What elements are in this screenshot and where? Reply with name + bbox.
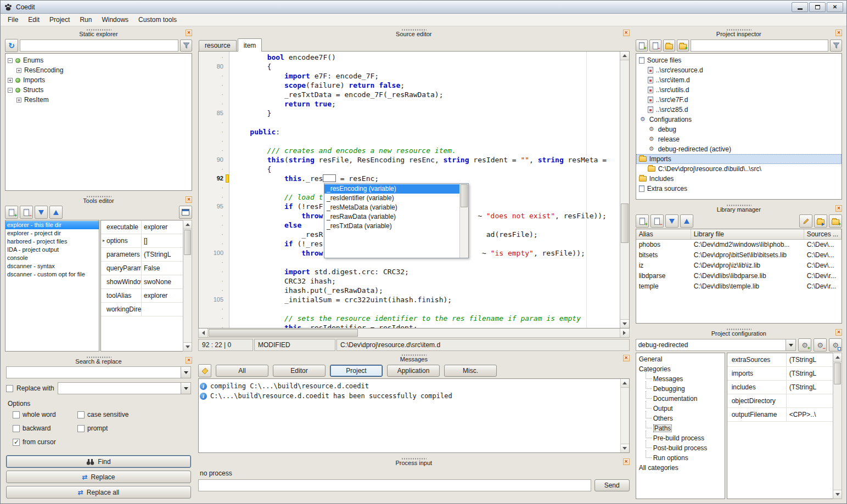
property-value[interactable]: (TStringL xyxy=(787,370,833,377)
menu-item-run[interactable]: Run xyxy=(75,14,97,26)
library-row[interactable]: templeC:\Dev\dlibs\temple.libC:\Dev\r... xyxy=(636,281,842,292)
refresh-button[interactable]: ↻ xyxy=(5,39,18,52)
search-option-case-sensitive[interactable]: case sensitive xyxy=(77,411,191,418)
scroll-thumb[interactable] xyxy=(184,230,191,255)
scroll-up-icon[interactable] xyxy=(621,379,629,388)
combo-dropdown-button[interactable] xyxy=(786,339,795,350)
config-tree[interactable]: GeneralCategoriesMessagesDebuggingDocume… xyxy=(636,353,725,499)
property-value[interactable]: swoNone xyxy=(142,278,183,286)
library-body[interactable]: phobosC:\Dev\dmd2\windows\lib\phob...C:\… xyxy=(636,240,842,292)
project-configuration-close-button[interactable] xyxy=(835,329,842,336)
editor-hscrollbar[interactable] xyxy=(198,329,630,338)
property-value[interactable]: False xyxy=(142,264,183,272)
menu-item-edit[interactable]: Edit xyxy=(23,14,44,26)
inspector-tree[interactable]: Source files..\src\resource.d..\src\item… xyxy=(636,53,842,200)
replace-with-checkbox[interactable] xyxy=(6,385,13,392)
scroll-thumb[interactable] xyxy=(621,203,629,243)
clone-configuration-button[interactable]: ⚙ xyxy=(829,338,842,352)
configuration-selector[interactable]: debug-redirected xyxy=(636,339,796,351)
editor-vscrollbar[interactable] xyxy=(620,52,629,328)
minimize-button[interactable] xyxy=(792,2,808,12)
config-property-row[interactable]: includes(TStringL xyxy=(727,381,833,394)
combo-dropdown-button[interactable] xyxy=(181,367,190,378)
completion-item[interactable]: _resTxtData (variable) xyxy=(324,222,459,231)
property-value[interactable]: [] xyxy=(142,237,183,245)
tool-list-item[interactable]: explorer - project dir xyxy=(5,229,99,237)
messages-close-button[interactable] xyxy=(623,355,630,361)
config-property-row[interactable]: extraSources(TStringL xyxy=(727,353,833,367)
library-column-header[interactable]: Sources ... xyxy=(804,229,842,239)
close-button[interactable]: ✕ xyxy=(827,2,843,12)
tool-property-row[interactable]: showWindowsswoNone xyxy=(101,275,183,289)
process-input-field[interactable] xyxy=(198,479,591,491)
tool-list-item[interactable]: dscanner - syntax xyxy=(5,262,99,270)
menu-item-windows[interactable]: Windows xyxy=(97,14,133,26)
config-scrollbar[interactable] xyxy=(833,353,842,499)
menu-item-custom-tools[interactable]: Custom tools xyxy=(133,14,182,26)
scroll-down-icon[interactable] xyxy=(183,342,192,351)
symbol-filter-button[interactable] xyxy=(180,39,192,52)
tool-list[interactable]: explorer - this file direxplorer - proje… xyxy=(5,220,99,352)
add-library-button[interactable]: + xyxy=(636,214,649,228)
property-expand-icon[interactable]: ▸ xyxy=(101,239,106,243)
editor-tab-resource[interactable]: resource xyxy=(199,40,237,51)
add-tool-button[interactable]: + xyxy=(5,206,18,219)
move-library-down-button[interactable] xyxy=(665,214,678,228)
static-explorer-close-button[interactable] xyxy=(186,30,192,36)
inspector-node[interactable]: ⚙Configurations xyxy=(636,115,842,124)
maximize-button[interactable] xyxy=(809,2,826,12)
tool-list-item[interactable]: dscanner - custom opt for file xyxy=(5,270,99,279)
move-library-up-button[interactable] xyxy=(680,214,693,228)
scroll-up-icon[interactable] xyxy=(183,220,192,229)
property-value[interactable]: explorer xyxy=(142,292,183,299)
tool-property-row[interactable]: parameters(TStringL xyxy=(101,248,183,262)
search-term-combo[interactable] xyxy=(6,366,191,378)
tool-list-item[interactable]: IDA - project output xyxy=(5,246,99,254)
property-value[interactable]: (TStringL xyxy=(142,251,183,258)
static-explorer-node[interactable]: +Imports xyxy=(5,75,192,85)
expander-icon[interactable]: + xyxy=(8,78,13,83)
inspector-filter-input[interactable] xyxy=(691,39,828,52)
library-row[interactable]: libdparseC:\Dev\dlibs\libdparse.libC:\De… xyxy=(636,271,842,281)
replace-term-combo[interactable] xyxy=(58,382,191,394)
move-tool-up-button[interactable] xyxy=(49,206,63,219)
tool-list-item[interactable]: console xyxy=(5,254,99,262)
inspector-filter-button[interactable] xyxy=(830,39,842,52)
scroll-left-icon[interactable] xyxy=(199,329,208,337)
scroll-thumb[interactable] xyxy=(461,184,468,207)
tool-property-row[interactable]: ▸options[] xyxy=(101,234,183,248)
add-source-button[interactable]: + xyxy=(636,39,648,52)
completion-item[interactable]: _resMetaData (variable) xyxy=(324,203,459,212)
combo-dropdown-button[interactable] xyxy=(181,383,190,394)
static-explorer-node[interactable]: +ResEncoding xyxy=(5,65,192,75)
config-property-row[interactable]: objectDirectory xyxy=(727,394,833,408)
add-configuration-button[interactable]: ⚙+ xyxy=(798,338,811,352)
inspector-node[interactable]: ..\src\item.d xyxy=(636,75,842,85)
expander-icon[interactable]: + xyxy=(16,98,21,103)
library-manager-close-button[interactable] xyxy=(835,205,842,212)
editor-tab-item[interactable]: item xyxy=(238,38,262,52)
inspector-node[interactable]: ⚙release xyxy=(636,134,842,144)
symbol-filter-input[interactable] xyxy=(20,39,178,52)
static-explorer-tree[interactable]: −Enums+ResEncoding+Imports−Structs+ResIt… xyxy=(5,53,192,191)
remove-library-button[interactable]: − xyxy=(650,214,664,228)
project-inspector-close-button[interactable] xyxy=(835,30,842,36)
messages-categories-button[interactable] xyxy=(198,364,211,377)
messages-filter-all[interactable]: All xyxy=(216,365,268,377)
inspector-node[interactable]: ..\src\utils.d xyxy=(636,85,842,95)
search-option-whole-word[interactable]: whole word xyxy=(13,411,77,418)
editor-gutter[interactable]: ·80····85····90·92··95····100····105··· xyxy=(199,52,229,328)
edit-library-button[interactable] xyxy=(799,214,812,228)
property-value[interactable]: (TStringL xyxy=(787,356,833,364)
tool-property-row[interactable]: queryParametFalse xyxy=(101,262,183,275)
property-value[interactable]: explorer xyxy=(142,223,183,231)
completion-scrollbar[interactable] xyxy=(459,184,468,258)
add-folder-sources-button[interactable]: + xyxy=(677,39,689,52)
scroll-thumb[interactable] xyxy=(834,363,841,384)
completion-item[interactable]: _resIdentifier (variable) xyxy=(324,194,459,203)
inspector-node[interactable]: Imports xyxy=(636,154,842,164)
inspector-node[interactable]: Extra sources xyxy=(636,184,842,194)
process-input-close-button[interactable] xyxy=(623,458,630,465)
remove-source-button[interactable]: − xyxy=(649,39,661,52)
library-row[interactable]: phobosC:\Dev\dmd2\windows\lib\phob...C:\… xyxy=(636,240,842,250)
